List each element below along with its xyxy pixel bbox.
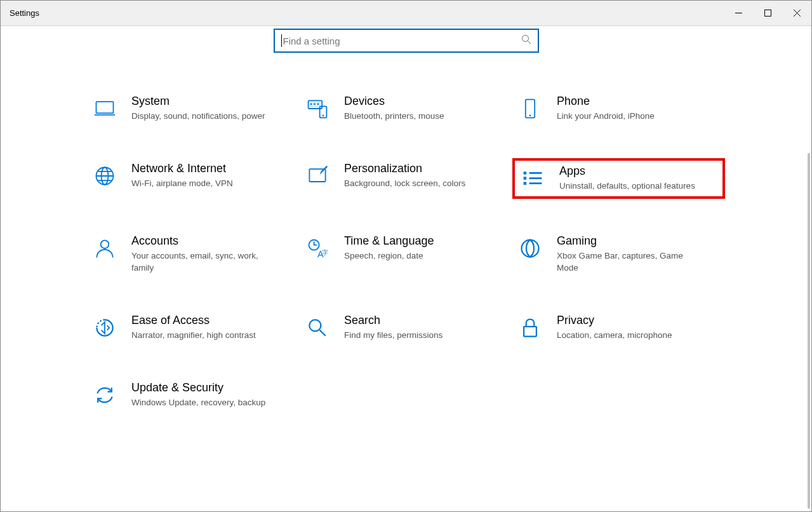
svg-rect-16 — [524, 177, 527, 180]
ease-icon — [91, 314, 119, 342]
search-icon — [521, 34, 531, 47]
titlebar: Settings — [1, 1, 811, 26]
svg-rect-15 — [524, 172, 527, 175]
categories-grid: SystemDisplay, sound, notifications, pow… — [1, 91, 811, 413]
privacy-icon — [516, 314, 544, 342]
category-title: Time & Language — [344, 234, 434, 248]
svg-point-5 — [310, 103, 312, 105]
gaming-icon — [516, 234, 544, 262]
phone-icon — [516, 95, 544, 123]
category-text: SearchFind my files, permissions — [344, 314, 443, 342]
category-desc: Speech, region, date — [344, 250, 434, 262]
time-icon: A字 — [303, 234, 331, 262]
svg-rect-2 — [97, 102, 114, 113]
category-devices[interactable]: DevicesBluetooth, printers, mouse — [300, 91, 512, 126]
close-icon — [794, 10, 801, 17]
category-title: Gaming — [557, 234, 696, 248]
svg-rect-17 — [524, 182, 527, 185]
category-title: Phone — [557, 95, 655, 108]
personalization-icon — [303, 162, 331, 190]
category-text: PersonalizationBackground, lock screen, … — [344, 162, 465, 190]
svg-point-7 — [317, 103, 319, 105]
accounts-icon — [91, 234, 119, 262]
category-text: Network & InternetWi-Fi, airplane mode, … — [131, 162, 233, 190]
category-search[interactable]: SearchFind my files, permissions — [300, 310, 512, 346]
svg-point-22 — [522, 240, 539, 257]
svg-point-1 — [522, 36, 528, 42]
svg-rect-0 — [764, 10, 771, 17]
search-icon — [303, 314, 331, 342]
category-title: Privacy — [557, 314, 672, 327]
window-controls — [724, 1, 811, 25]
category-personalization[interactable]: PersonalizationBackground, lock screen, … — [300, 158, 512, 199]
category-privacy[interactable]: PrivacyLocation, camera, microphone — [512, 310, 725, 346]
category-text: AccountsYour accounts, email, sync, work… — [131, 234, 271, 274]
category-title: Accounts — [131, 234, 271, 248]
window-title: Settings — [10, 8, 39, 18]
category-text: PhoneLink your Android, iPhone — [557, 95, 655, 123]
close-button[interactable] — [782, 1, 811, 25]
category-desc: Your accounts, email, sync, work, family — [131, 250, 271, 274]
category-text: DevicesBluetooth, printers, mouse — [344, 95, 444, 123]
svg-point-6 — [314, 103, 316, 105]
svg-point-18 — [101, 240, 109, 248]
maximize-button[interactable] — [753, 1, 782, 25]
devices-icon — [303, 95, 331, 123]
category-text: PrivacyLocation, camera, microphone — [557, 314, 672, 342]
category-desc: Xbox Game Bar, captures, Game Mode — [557, 250, 696, 274]
category-title: Apps — [559, 165, 695, 178]
category-accounts[interactable]: AccountsYour accounts, email, sync, work… — [87, 231, 300, 278]
svg-point-11 — [529, 114, 531, 116]
svg-rect-24 — [524, 327, 536, 336]
maximize-icon — [764, 10, 771, 17]
category-apps[interactable]: AppsUninstall, defaults, optional featur… — [512, 158, 725, 199]
category-text: GamingXbox Game Bar, captures, Game Mode — [557, 234, 696, 274]
category-text: Update & SecurityWindows Update, recover… — [131, 381, 265, 409]
category-title: Devices — [344, 95, 444, 108]
category-desc: Location, camera, microphone — [557, 330, 672, 342]
category-phone[interactable]: PhoneLink your Android, iPhone — [512, 91, 725, 126]
category-text: AppsUninstall, defaults, optional featur… — [559, 165, 695, 192]
category-title: Network & Internet — [131, 162, 233, 175]
svg-text:字: 字 — [322, 249, 328, 256]
svg-point-9 — [323, 114, 324, 116]
category-title: Update & Security — [131, 381, 265, 394]
category-time[interactable]: A字Time & LanguageSpeech, region, date — [300, 231, 512, 278]
text-caret — [281, 34, 282, 47]
category-desc: Wi-Fi, airplane mode, VPN — [131, 178, 233, 190]
category-gaming[interactable]: GamingXbox Game Bar, captures, Game Mode — [512, 231, 725, 278]
category-title: Search — [344, 314, 443, 327]
scrollbar[interactable] — [808, 153, 810, 509]
category-title: System — [131, 95, 265, 108]
category-update[interactable]: Update & SecurityWindows Update, recover… — [87, 377, 300, 413]
category-text: Time & LanguageSpeech, region, date — [344, 234, 434, 262]
category-desc: Background, lock screen, colors — [344, 178, 465, 190]
category-text: Ease of AccessNarrator, magnifier, high … — [131, 314, 256, 342]
category-system[interactable]: SystemDisplay, sound, notifications, pow… — [87, 91, 300, 126]
category-desc: Display, sound, notifications, power — [131, 111, 265, 123]
search-input[interactable]: Find a setting — [274, 29, 539, 53]
category-desc: Narrator, magnifier, high contrast — [131, 330, 256, 342]
category-desc: Windows Update, recovery, backup — [131, 397, 265, 409]
category-title: Personalization — [344, 162, 465, 175]
minimize-icon — [735, 10, 742, 17]
category-title: Ease of Access — [131, 314, 256, 327]
update-icon — [91, 381, 119, 409]
category-desc: Link your Android, iPhone — [557, 111, 655, 123]
category-ease[interactable]: Ease of AccessNarrator, magnifier, high … — [87, 310, 300, 346]
svg-point-23 — [309, 320, 321, 331]
system-icon — [91, 95, 119, 123]
category-text: SystemDisplay, sound, notifications, pow… — [131, 95, 265, 123]
category-desc: Uninstall, defaults, optional features — [559, 180, 695, 192]
content-area: Find a setting SystemDisplay, sound, not… — [1, 26, 811, 511]
apps-icon — [519, 165, 547, 192]
category-desc: Find my files, permissions — [344, 330, 443, 342]
category-desc: Bluetooth, printers, mouse — [344, 111, 444, 123]
network-icon — [91, 162, 119, 190]
category-network[interactable]: Network & InternetWi-Fi, airplane mode, … — [87, 158, 300, 199]
search-placeholder: Find a setting — [283, 36, 521, 46]
minimize-button[interactable] — [724, 1, 753, 25]
